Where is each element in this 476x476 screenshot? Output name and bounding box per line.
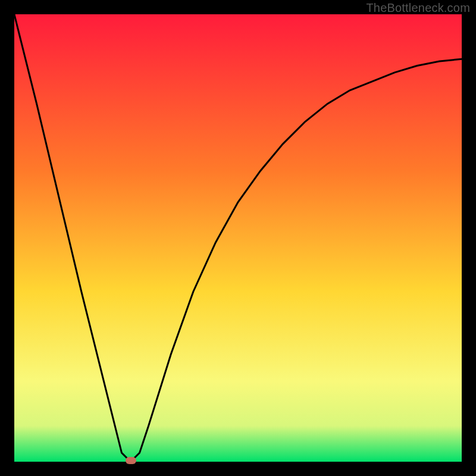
optimal-point-marker [126, 457, 136, 464]
bottleneck-chart [14, 14, 462, 462]
chart-frame: TheBottleneck.com [0, 0, 476, 476]
chart-background [14, 14, 462, 462]
watermark-text: TheBottleneck.com [366, 1, 470, 15]
